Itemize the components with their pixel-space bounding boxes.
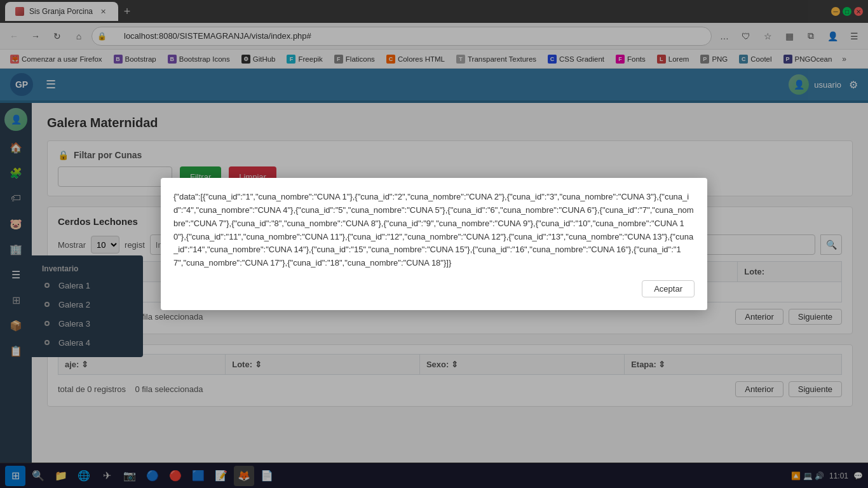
modal-body: {"data":[{"cuna_id":"1","cuna_nombre":"C… xyxy=(173,191,695,270)
accept-button[interactable]: Aceptar xyxy=(642,280,695,297)
modal-dialog: {"data":[{"cuna_id":"1","cuna_nombre":"C… xyxy=(161,178,707,310)
modal-footer: Aceptar xyxy=(173,280,695,297)
modal-overlay: {"data":[{"cuna_id":"1","cuna_nombre":"C… xyxy=(0,0,868,488)
